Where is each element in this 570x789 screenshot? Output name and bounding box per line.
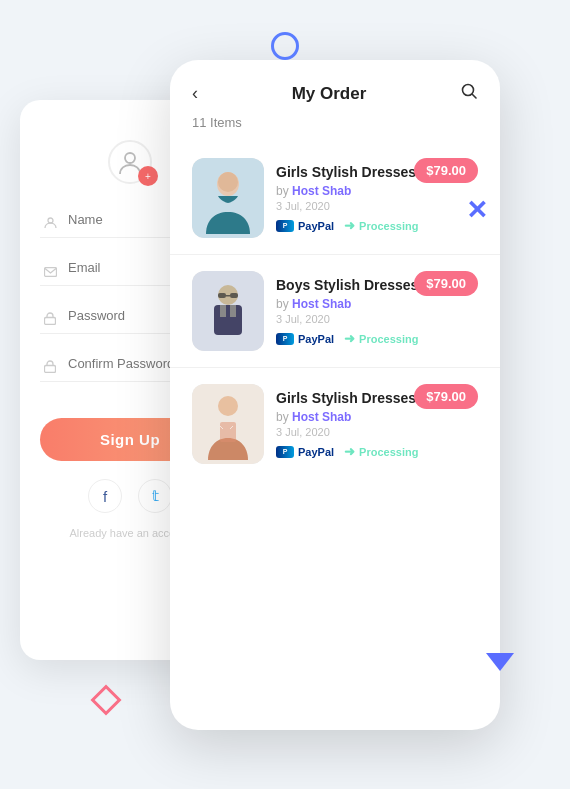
search-button[interactable] (460, 82, 478, 105)
order-item: Girls Stylish Dresses... by Host Shab 3 … (170, 142, 500, 255)
item-date: 3 Jul, 2020 (276, 426, 478, 438)
social-links: f 𝕥 (88, 479, 172, 513)
svg-point-8 (218, 172, 238, 192)
status-badge: ➜ Processing (344, 331, 418, 346)
item-seller: by Host Shab (276, 410, 478, 424)
order-item: Boys Stylish Dresses... by Host Shab 3 J… (170, 255, 500, 368)
paypal-badge: P PayPal (276, 446, 334, 458)
avatar: + (108, 140, 152, 184)
svg-rect-15 (230, 293, 238, 298)
paypal-icon: P (276, 333, 294, 345)
status-badge: ➜ Processing (344, 444, 418, 459)
edit-avatar-button[interactable]: + (138, 166, 158, 186)
twitter-button[interactable]: 𝕥 (138, 479, 172, 513)
paypal-badge: P PayPal (276, 333, 334, 345)
paypal-icon: P (276, 446, 294, 458)
item-date: 3 Jul, 2020 (276, 313, 478, 325)
order-list: Girls Stylish Dresses... by Host Shab 3 … (170, 142, 500, 730)
svg-rect-13 (230, 305, 236, 317)
deco-x-icon: ✕ (466, 195, 488, 226)
deco-triangle-icon (486, 653, 514, 671)
svg-point-0 (125, 153, 135, 163)
price-tag: $79.00 (414, 271, 478, 296)
svg-rect-12 (220, 305, 226, 317)
page-title: My Order (292, 84, 367, 104)
back-button[interactable]: ‹ (192, 83, 198, 104)
svg-rect-16 (226, 295, 230, 297)
arrow-icon: ➜ (344, 331, 355, 346)
paypal-badge: P PayPal (276, 220, 334, 232)
deco-diamond-icon (90, 684, 121, 715)
paypal-icon: P (276, 220, 294, 232)
product-image (192, 271, 264, 351)
order-item: Girls Stylish Dresses... by Host Shab 3 … (170, 368, 500, 480)
arrow-icon: ➜ (344, 444, 355, 459)
item-seller: by Host Shab (276, 184, 478, 198)
arrow-icon: ➜ (344, 218, 355, 233)
item-date: 3 Jul, 2020 (276, 200, 478, 212)
product-image (192, 384, 264, 464)
facebook-button[interactable]: f (88, 479, 122, 513)
deco-circle-icon (271, 32, 299, 60)
price-tag: $79.00 (414, 158, 478, 183)
svg-rect-19 (220, 422, 236, 442)
product-image (192, 158, 264, 238)
item-seller: by Host Shab (276, 297, 478, 311)
svg-rect-11 (214, 305, 242, 335)
item-payment: P PayPal ➜ Processing (276, 331, 478, 346)
item-count: 11 Items (170, 115, 500, 142)
svg-point-5 (462, 85, 473, 96)
item-payment: P PayPal ➜ Processing (276, 444, 478, 459)
order-card: ‹ My Order 11 Items Girls Styli (170, 60, 500, 730)
order-header: ‹ My Order (170, 60, 500, 115)
item-payment: P PayPal ➜ Processing (276, 218, 478, 233)
status-badge: ➜ Processing (344, 218, 418, 233)
svg-rect-14 (218, 293, 226, 298)
svg-point-18 (218, 396, 238, 416)
price-tag: $79.00 (414, 384, 478, 409)
